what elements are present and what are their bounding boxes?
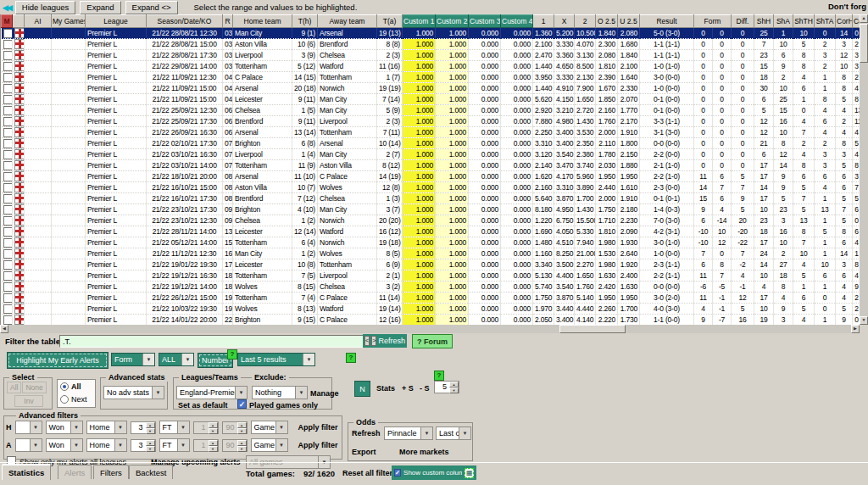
- scroll-right-icon[interactable]: ▶: [851, 325, 860, 333]
- chevron-down-icon[interactable]: ▼: [70, 439, 82, 451]
- row-checkbox[interactable]: [3, 216, 13, 226]
- a-period-dropdown[interactable]: FT▼: [159, 438, 190, 452]
- radio-next[interactable]: [60, 395, 69, 404]
- show-custom-columns-bar[interactable]: ✓ Show custom columns ▦: [392, 465, 476, 480]
- column-header-league[interactable]: League: [86, 15, 147, 28]
- table-row[interactable]: Premier L21/22 11/09/21 12:3004C Palace1…: [2, 72, 861, 83]
- table-row[interactable]: Premier L21/22 19/12/21 16:3018Tottenham…: [2, 270, 861, 282]
- horizontal-scrollbar[interactable]: ◀ ▶: [0, 325, 860, 333]
- odds-refresh-button[interactable]: Refresh: [352, 429, 381, 438]
- column-header-custom-3[interactable]: Custom 3: [469, 15, 501, 28]
- chevron-down-icon[interactable]: ▼: [177, 421, 189, 433]
- table-row[interactable]: Premier L21/22 23/10/21 17:3009Brighton4…: [2, 204, 861, 215]
- row-checkbox[interactable]: [3, 150, 13, 159]
- table-row[interactable]: Premier L21/22 02/10/21 17:3007Brighton6…: [2, 138, 861, 149]
- row-checkbox[interactable]: [3, 29, 13, 38]
- tab-filters[interactable]: Filters: [93, 465, 129, 479]
- help-icon[interactable]: ?: [227, 349, 237, 360]
- column-header-shth[interactable]: ShTH: [793, 15, 815, 28]
- chevron-down-icon[interactable]: ▼: [420, 427, 432, 439]
- a-count-spinner[interactable]: 3▲▼: [131, 439, 156, 452]
- scroll-up-icon[interactable]: ▲: [860, 14, 868, 23]
- radio-all[interactable]: [60, 382, 69, 391]
- more-markets-button[interactable]: More markets: [399, 448, 449, 456]
- h-scope-dropdown[interactable]: Game▼: [251, 421, 288, 434]
- row-checkbox[interactable]: [3, 95, 13, 104]
- played-games-only-checkbox[interactable]: ✓: [237, 399, 247, 409]
- row-checkbox[interactable]: [3, 40, 13, 49]
- advanced-stats-dropdown[interactable]: No adv stats ▼: [103, 386, 164, 399]
- vertical-scroll-thumb[interactable]: [860, 24, 868, 63]
- filter-refresh-button[interactable]: Refresh: [378, 337, 405, 345]
- column-header-m[interactable]: M: [2, 15, 13, 28]
- row-checkbox[interactable]: [3, 84, 13, 93]
- chevron-down-icon[interactable]: ▼: [30, 439, 42, 451]
- column-header-corh[interactable]: CorH: [836, 15, 853, 28]
- show-custom-columns-checkbox[interactable]: ✓: [394, 469, 401, 477]
- chevron-down-icon[interactable]: ▼: [295, 387, 307, 399]
- h-empty-dropdown[interactable]: ▼: [15, 421, 42, 434]
- highlight-early-alerts-button[interactable]: Highlight My Early Alerts: [7, 352, 108, 369]
- a-apply-filter-button[interactable]: Apply filter: [298, 441, 338, 449]
- h-apply-filter-button[interactable]: Apply filter: [298, 423, 338, 432]
- chevron-down-icon[interactable]: ▼: [114, 439, 126, 451]
- column-header-form[interactable]: Form: [694, 15, 732, 28]
- column-header-flag[interactable]: [13, 15, 25, 28]
- set-as-default-button[interactable]: Set as default: [178, 401, 228, 410]
- table-row[interactable]: Premier L21/22 29/08/21 14:0003Tottenham…: [2, 61, 861, 72]
- row-checkbox[interactable]: [3, 183, 13, 192]
- table-row[interactable]: Premier L21/22 26/09/21 16:3006Arsenal13…: [2, 127, 861, 138]
- row-checkbox[interactable]: [3, 161, 13, 170]
- column-header-r[interactable]: R: [223, 15, 233, 28]
- chevron-down-icon[interactable]: ▼: [114, 421, 126, 433]
- tab-statistics[interactable]: Statistics: [2, 464, 51, 480]
- column-header-diff-[interactable]: Diff.: [732, 15, 754, 28]
- form-dropdown[interactable]: Form ▼: [111, 353, 155, 366]
- column-header-season-date-ko[interactable]: Season/Date/KO: [147, 15, 223, 28]
- column-header-ai[interactable]: AI: [25, 15, 52, 28]
- h-count-spinner[interactable]: 3▲▼: [131, 421, 156, 434]
- chevron-down-icon[interactable]: ▼: [177, 439, 189, 451]
- table-row[interactable]: Premier L21/22 03/10/21 16:3007Liverpool…: [2, 149, 861, 160]
- column-header-custom-1[interactable]: Custom 1: [403, 15, 436, 28]
- column-header-sha[interactable]: ShA: [774, 15, 793, 28]
- chevron-down-icon[interactable]: ▼: [235, 387, 247, 399]
- manage-button[interactable]: Manage: [310, 389, 339, 398]
- row-checkbox[interactable]: [3, 51, 13, 60]
- column-header-shh[interactable]: ShH: [754, 15, 774, 28]
- row-checkbox[interactable]: [3, 194, 13, 203]
- scroll-left-icon[interactable]: ◀: [0, 325, 8, 333]
- chevron-down-icon[interactable]: ▼: [30, 421, 42, 433]
- table-row[interactable]: Premier L21/22 11/09/21 15:0004Leicester…: [2, 94, 861, 105]
- chevron-down-icon[interactable]: ▼: [70, 421, 82, 433]
- table-row[interactable]: Premier L21/22 10/03/22 19:3019Wolves8 (…: [2, 304, 861, 315]
- row-checkbox[interactable]: [3, 117, 13, 126]
- n-button[interactable]: N: [354, 381, 370, 397]
- table-row[interactable]: Premier L21/22 05/12/21 14:0015Tottenham…: [2, 237, 861, 248]
- last-results-dropdown[interactable]: Last 5 results ▼: [237, 353, 315, 366]
- columns-panel-icon[interactable]: ▦: [465, 468, 474, 478]
- column-header-2[interactable]: 2: [575, 15, 596, 28]
- n-count-spinner[interactable]: 5 ▲▼: [434, 381, 459, 393]
- filter-input[interactable]: [59, 335, 364, 348]
- row-checkbox[interactable]: [3, 304, 13, 314]
- spin-up-icon[interactable]: ▲: [449, 382, 459, 387]
- table-row[interactable]: Premier L21/22 11/09/21 15:0004Arsenal20…: [2, 83, 861, 94]
- table-row[interactable]: Premier L21/22 16/10/21 15:0008Aston Vil…: [2, 182, 861, 193]
- column-header-custom-2[interactable]: Custom 2: [436, 15, 469, 28]
- row-checkbox[interactable]: [3, 282, 13, 292]
- chevron-down-icon[interactable]: ▼: [181, 354, 193, 365]
- vertical-scrollbar[interactable]: ▲ ▼: [860, 14, 868, 325]
- chevron-down-icon[interactable]: ▼: [152, 387, 164, 399]
- column-header-u-2-5[interactable]: U 2.5: [618, 15, 640, 28]
- filter-next-button[interactable]: >: [371, 336, 376, 346]
- table-row[interactable]: Premier L21/22 03/10/21 14:0007Tottenham…: [2, 160, 861, 171]
- chevron-down-icon[interactable]: ▼: [275, 439, 287, 451]
- table-row[interactable]: Premier L21/22 18/10/21 20:0008Arsenal11…: [2, 171, 861, 182]
- table-row[interactable]: Premier L21/22 25/09/21 12:3006Chelsea1 …: [2, 105, 861, 116]
- h-venue-dropdown[interactable]: Home▼: [86, 421, 127, 434]
- all-dropdown[interactable]: ALL ▼: [159, 353, 194, 366]
- column-header-custom-4[interactable]: Custom 4: [501, 15, 533, 28]
- select-all-button[interactable]: All: [7, 382, 21, 393]
- chevron-down-icon[interactable]: ▼: [142, 354, 154, 365]
